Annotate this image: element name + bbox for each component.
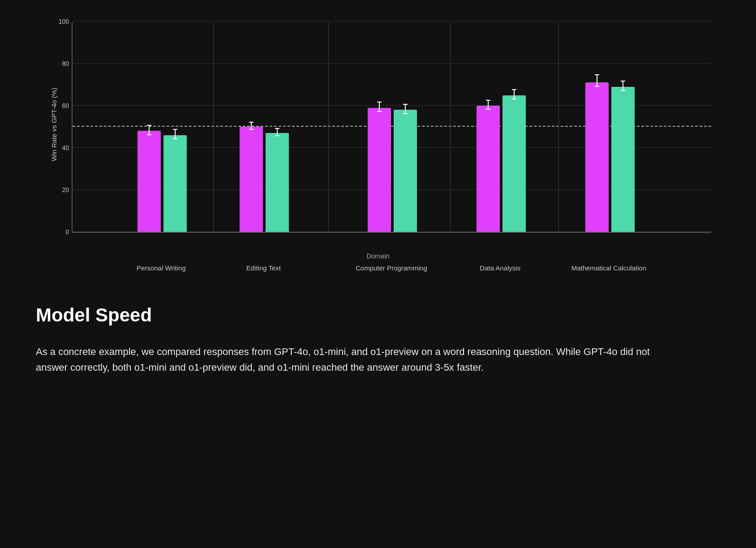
error-bar-pink <box>595 74 599 87</box>
error-bar-pink <box>486 100 490 110</box>
y-tick-label: 20 <box>62 186 69 193</box>
error-bar-teal <box>512 89 516 99</box>
x-axis-group-label: Personal Writing <box>137 264 186 272</box>
bar-teal <box>266 133 289 232</box>
x-axis-group-label: Computer Programming <box>356 264 427 272</box>
group-divider-line <box>213 22 214 232</box>
grid-line <box>73 63 711 64</box>
y-tick-label: 40 <box>62 144 69 151</box>
error-bar-teal <box>275 128 279 136</box>
error-bar-teal <box>173 129 177 139</box>
text-section: Model Speed As a concrete example, we co… <box>0 278 756 393</box>
chart-plot: 020406080100 <box>72 22 711 233</box>
bar-pink <box>585 82 609 232</box>
bar-pink <box>240 127 263 232</box>
bar-pink <box>137 131 161 232</box>
chart-container: Win Rate vs GPT-4o (%) 020406080100 Pers… <box>36 18 720 269</box>
bar-pink <box>477 106 500 232</box>
bar-teal <box>611 87 635 232</box>
model-speed-body: As a concrete example, we compared respo… <box>36 344 663 375</box>
y-axis-label: Win Rate vs GPT-4o (%) <box>50 125 58 161</box>
x-axis-group-label: Mathematical Calculation <box>571 264 647 272</box>
error-bar-pink <box>249 122 253 130</box>
bar-pink <box>368 108 391 232</box>
group-divider-line <box>558 22 559 232</box>
bar-teal <box>163 135 187 232</box>
x-axis-group-label: Data Analysis <box>480 264 520 272</box>
error-bar-pink <box>147 125 151 135</box>
y-tick-label: 0 <box>65 228 69 235</box>
error-bar-pink <box>377 102 382 112</box>
model-speed-title: Model Speed <box>36 304 720 326</box>
group-divider-line <box>450 22 451 232</box>
error-bar-teal <box>403 104 408 114</box>
y-tick-label: 80 <box>62 60 69 67</box>
y-tick-label: 60 <box>62 102 69 109</box>
bar-teal <box>503 95 526 232</box>
chart-section: Win Rate vs GPT-4o (%) 020406080100 Pers… <box>0 0 756 278</box>
grid-line <box>73 21 711 21</box>
error-bar-teal <box>621 81 625 91</box>
x-axis-group-label: Editing Text <box>246 264 281 272</box>
group-divider-line <box>328 22 329 232</box>
x-axis-domain-label: Domain <box>366 252 390 260</box>
bar-teal <box>394 110 417 232</box>
y-tick-label: 100 <box>59 18 69 25</box>
